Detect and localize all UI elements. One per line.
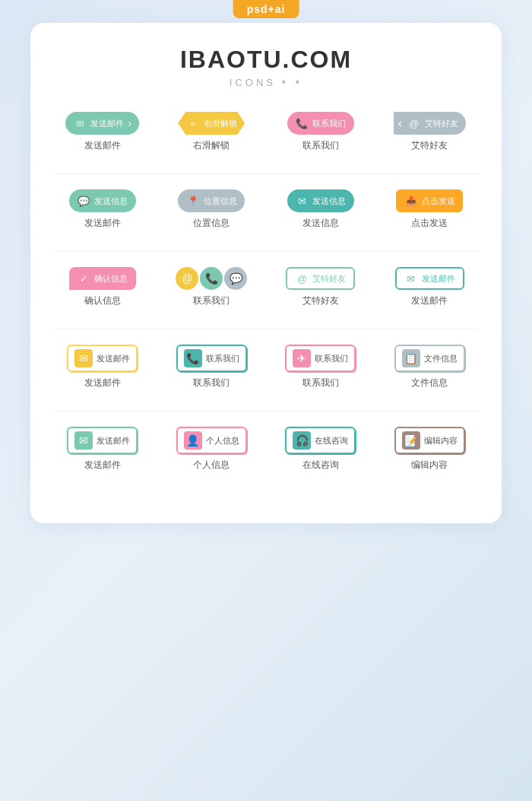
headset-grunge-icon: 🎧 [293, 431, 311, 450]
icon-section-row2: 💬 发送信息 发送邮件 📍 位置信息 位置信息 ✉ 发送信息 发送信息 [53, 189, 479, 230]
location-btn[interactable]: 📍 位置信息 [178, 189, 245, 212]
icon-item-at-friend-1: @ 艾特好友 艾特好友 [381, 112, 480, 152]
confirm-btn[interactable]: ✓ 确认信息 [69, 267, 136, 290]
swipe-unlock-btn[interactable]: » 右滑解锁 [178, 112, 245, 135]
icon-item-grunge-phone: 📞 联系我们 联系我们 [163, 345, 261, 389]
at-friend-outline-btn[interactable]: @ 艾特好友 [286, 267, 355, 290]
at-icon: @ [407, 116, 421, 130]
icon-label: 发送信息 [302, 217, 339, 230]
button-row-4: ✉ 发送邮件 发送邮件 📞 联系我们 联系我们 ✈ 联系我们 联系我们 [53, 345, 479, 389]
icon-label: 点击发送 [411, 217, 448, 230]
click-send-btn[interactable]: 📤 点击发送 [396, 189, 463, 212]
at-friend-btn-1[interactable]: @ 艾特好友 [394, 112, 466, 135]
phone-circle-icon: 📞 [200, 267, 223, 290]
icon-section-row4: ✉ 发送邮件 发送邮件 📞 联系我们 联系我们 ✈ 联系我们 联系我们 [53, 345, 479, 389]
button-row-3: ✓ 确认信息 确认信息 @ 📞 💬 联系我们 @ 艾特好友 艾特好友 [53, 267, 479, 307]
card-header: IBAOTU.COM ICONS • • [53, 46, 479, 89]
send-msg-btn[interactable]: 💬 发送信息 [69, 189, 136, 212]
button-row-2: 💬 发送信息 发送邮件 📍 位置信息 位置信息 ✉ 发送信息 发送信息 [53, 189, 479, 230]
icon-label: 发送邮件 [84, 377, 121, 389]
grunge-send-btn[interactable]: ✈ 联系我们 [285, 345, 356, 372]
grunge-edit-btn[interactable]: 📝 编辑内容 [394, 427, 465, 454]
icon-label: 位置信息 [193, 217, 230, 230]
divider-2 [53, 251, 479, 252]
divider-1 [53, 173, 479, 174]
chat-icon: 💬 [77, 194, 90, 208]
icon-label: 艾特好友 [302, 294, 339, 307]
grunge-email-btn[interactable]: ✉ 发送邮件 [67, 345, 138, 372]
send-icon: 📤 [404, 194, 418, 208]
mail-icon: ✉ [295, 194, 309, 208]
chat-circle-icon: 💬 [224, 267, 247, 290]
phone-grunge-icon: 📞 [184, 349, 202, 367]
icon-item-contact-us-1: 📞 联系我们 联系我们 [271, 112, 370, 152]
email-outline-icon: ✉ [404, 272, 418, 285]
grunge-email-btn-2[interactable]: ✉ 发送邮件 [67, 427, 138, 454]
icon-label: 文件信息 [411, 377, 448, 389]
send-email-btn-1[interactable]: ✉ 发送邮件 › [65, 112, 139, 135]
icon-item-click-send: 📤 点击发送 点击发送 [381, 189, 480, 230]
icon-label: 编辑内容 [411, 459, 448, 472]
icon-item-grunge-send: ✈ 联系我们 联系我们 [271, 345, 370, 389]
icon-item-grunge-consult: 🎧 在线咨询 在线咨询 [271, 427, 370, 472]
icon-label: 发送邮件 [411, 294, 448, 307]
contact-us-btn-1[interactable]: 📞 联系我们 [287, 112, 354, 135]
double-arrow-icon: » [186, 116, 200, 130]
button-row-5: ✉ 发送邮件 发送邮件 👤 个人信息 个人信息 🎧 在线咨询 在线咨询 [53, 427, 479, 472]
main-card: IBAOTU.COM ICONS • • ✉ 发送邮件 › 发送邮件 » 右滑解… [30, 23, 502, 523]
email-grunge-icon-2: ✉ [74, 431, 93, 450]
multi-circle-btn[interactable]: @ 📞 💬 [176, 267, 247, 290]
icon-item-send-msg: 💬 发送信息 发送邮件 [53, 189, 152, 230]
file-grunge-icon: 📋 [402, 349, 420, 367]
file-type-badge: psd+ai [233, 0, 299, 18]
icon-label: 发送邮件 [84, 139, 121, 152]
card-title: IBAOTU.COM [53, 46, 479, 74]
grunge-consult-btn[interactable]: 🎧 在线咨询 [285, 427, 356, 454]
divider-4 [53, 411, 479, 412]
icon-item-send-email-1: ✉ 发送邮件 › 发送邮件 [53, 112, 152, 152]
icon-label: 发送邮件 [84, 217, 121, 230]
icon-item-location: 📍 位置信息 位置信息 [163, 189, 261, 230]
edit-grunge-icon: 📝 [402, 431, 420, 450]
icon-section-row1: ✉ 发送邮件 › 发送邮件 » 右滑解锁 右滑解锁 📞 联系我们 联系我们 [53, 112, 479, 152]
grunge-profile-btn[interactable]: 👤 个人信息 [176, 427, 247, 454]
icon-label: 联系我们 [302, 139, 339, 152]
button-row-1: ✉ 发送邮件 › 发送邮件 » 右滑解锁 右滑解锁 📞 联系我们 联系我们 [53, 112, 479, 152]
divider-3 [53, 329, 479, 329]
icon-item-grunge-email2: ✉ 发送邮件 发送邮件 [53, 427, 152, 472]
icon-item-grunge-profile: 👤 个人信息 个人信息 [163, 427, 261, 472]
email-grunge-icon: ✉ [74, 349, 93, 367]
icon-section-row5: ✉ 发送邮件 发送邮件 👤 个人信息 个人信息 🎧 在线咨询 在线咨询 [53, 427, 479, 472]
grunge-file-btn[interactable]: 📋 文件信息 [394, 345, 465, 372]
icon-label: 联系我们 [193, 377, 230, 389]
check-icon: ✓ [77, 272, 90, 285]
icon-item-swipe-unlock: » 右滑解锁 右滑解锁 [163, 112, 261, 152]
icon-section-row3: ✓ 确认信息 确认信息 @ 📞 💬 联系我们 @ 艾特好友 艾特好友 [53, 267, 479, 307]
icon-label: 右滑解锁 [193, 139, 230, 152]
icon-item-send-email-outline: ✉ 发送邮件 发送邮件 [381, 267, 480, 307]
at-circle-icon: @ [176, 267, 198, 290]
icon-label: 艾特好友 [411, 139, 448, 152]
icon-label: 确认信息 [84, 294, 121, 307]
send-info-btn[interactable]: ✉ 发送信息 [287, 189, 354, 212]
grunge-phone-btn[interactable]: 📞 联系我们 [176, 345, 247, 372]
icon-item-confirm: ✓ 确认信息 确认信息 [53, 267, 152, 307]
icon-item-grunge-email: ✉ 发送邮件 发送邮件 [53, 345, 152, 389]
email-icon: ✉ [73, 116, 87, 130]
icon-label: 联系我们 [302, 377, 339, 389]
at-outline-icon: @ [295, 272, 309, 285]
icon-item-contact-multi: @ 📞 💬 联系我们 [163, 267, 261, 307]
icon-label: 发送邮件 [84, 459, 121, 472]
send-email-outline-btn[interactable]: ✉ 发送邮件 [395, 267, 464, 290]
send-grunge-icon: ✈ [293, 349, 311, 367]
icon-label: 联系我们 [193, 294, 230, 307]
icon-label: 个人信息 [193, 459, 230, 472]
card-subtitle: ICONS • • [53, 75, 479, 89]
icon-item-at-friend-outline: @ 艾特好友 艾特好友 [271, 267, 370, 307]
icon-item-grunge-file: 📋 文件信息 文件信息 [381, 345, 480, 389]
icon-item-grunge-edit: 📝 编辑内容 编辑内容 [381, 427, 480, 472]
location-icon: 📍 [186, 194, 200, 208]
phone-icon: 📞 [295, 116, 309, 130]
icon-label: 在线咨询 [302, 459, 339, 472]
icon-item-send-info: ✉ 发送信息 发送信息 [271, 189, 370, 230]
